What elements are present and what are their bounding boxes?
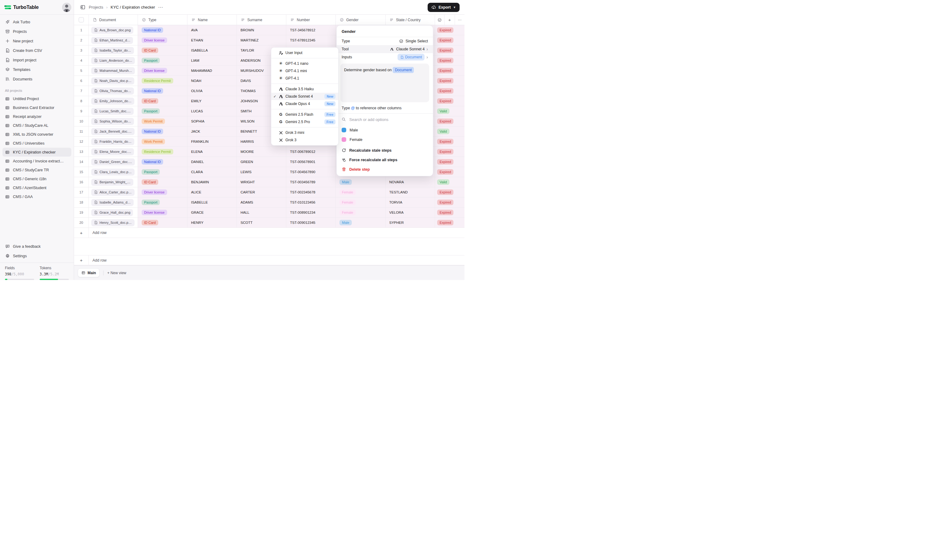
name-cell[interactable]: CLARA (187, 167, 237, 177)
document-cell[interactable]: Franklin_Harris_do… (89, 137, 138, 147)
document-cell[interactable]: Ethan_Martinez_d… (89, 35, 138, 46)
document-cell[interactable]: Daniel_Green_doc.… (89, 157, 138, 167)
status-cell[interactable]: Expired (435, 35, 464, 46)
type-cell[interactable]: National ID (138, 86, 187, 96)
name-cell[interactable]: LIAM (187, 55, 237, 66)
number-cell[interactable]: TST-002345678 (286, 187, 336, 197)
type-cell[interactable]: National ID (138, 25, 187, 35)
name-cell[interactable]: EMILY (187, 96, 237, 106)
sidebar-item-create-from-csv[interactable]: Create from CSV (0, 46, 74, 55)
sidebar-item-projects[interactable]: Projects (0, 27, 74, 36)
type-cell[interactable]: Passport (138, 106, 187, 116)
gender-option-male[interactable]: Male (337, 125, 433, 135)
row-number-cell[interactable]: 20 (74, 218, 89, 228)
document-cell[interactable]: Noah_Davis_doc.p… (89, 76, 138, 86)
input-document-chip[interactable]: Document (397, 54, 425, 60)
row-number-cell[interactable]: 16 (74, 177, 89, 187)
row-number-cell[interactable]: 10 (74, 116, 89, 127)
type-cell[interactable]: Driver license (138, 187, 187, 197)
surname-cell[interactable]: CARTER (237, 187, 286, 197)
type-cell[interactable]: Residence Permit (138, 76, 187, 86)
document-cell[interactable]: Mahammad_Mursh… (89, 66, 138, 76)
name-cell[interactable]: LUCAS (187, 106, 237, 116)
collapse-sidebar-icon[interactable] (80, 5, 86, 10)
name-cell[interactable]: HENRY (187, 218, 237, 228)
surname-cell[interactable]: BROWN (237, 25, 286, 35)
row-number-cell[interactable]: 3 (74, 46, 89, 55)
sidebar-item-give-a-feedback[interactable]: Give a feedback (0, 242, 74, 251)
select-all-header[interactable] (74, 15, 89, 25)
row-number-cell[interactable]: 8 (74, 96, 89, 106)
surname-cell[interactable]: HALL (237, 208, 286, 218)
name-cell[interactable]: JACK (187, 127, 237, 137)
model-option-claude-3-5-haiku[interactable]: Claude 3.5 Haiku (271, 85, 338, 93)
view-tab-main[interactable]: Main (78, 268, 100, 277)
sidebar-project-item[interactable]: Accounting / Invoice extract… (3, 156, 71, 165)
model-option-claude-sonnet-4[interactable]: ✓ Claude Sonnet 4 New (271, 93, 338, 100)
type-cell[interactable]: Work Permit (138, 137, 187, 147)
row-number-cell[interactable]: 2 (74, 35, 89, 46)
sidebar-project-item[interactable]: Business Card Extractor (3, 103, 71, 112)
status-cell[interactable]: Expired (435, 66, 464, 76)
row-number-cell[interactable]: 18 (74, 197, 89, 208)
surname-cell[interactable]: WRIGHT (237, 177, 286, 187)
add-column-button[interactable]: + (444, 15, 455, 25)
prompt-editor[interactable]: Determine gender based on Document (340, 64, 429, 102)
panel-row-tool[interactable]: Tool Claude Sonnet 4 › (337, 45, 433, 53)
document-cell[interactable]: Alice_Carter_doc.p… (89, 187, 138, 197)
name-cell[interactable]: ISABELLE (187, 197, 237, 208)
state-cell[interactable]: NOVARA (386, 177, 435, 187)
search-input[interactable] (349, 117, 428, 122)
sidebar-item-settings[interactable]: Settings (0, 251, 74, 261)
status-cell[interactable]: Expired (435, 96, 464, 106)
model-option-grok-3-mini[interactable]: Grok 3 mini (271, 129, 338, 136)
name-cell[interactable]: ETHAN (187, 35, 237, 46)
model-option-gpt-4-1-nano[interactable]: ✳ GPT-4.1 nano (271, 60, 338, 67)
status-cell[interactable]: Expired (435, 137, 464, 147)
number-cell[interactable]: TST-345678912 (286, 25, 336, 35)
status-cell[interactable]: Expired (435, 218, 464, 228)
sidebar-project-item[interactable]: CMS / AzeriStudent (3, 183, 71, 192)
number-cell[interactable]: TST-006789012 (286, 147, 336, 157)
recalculate-stale-steps-button[interactable]: Recalculate stale steps (337, 145, 433, 155)
sidebar-project-item[interactable]: CMS / GAA (3, 192, 71, 201)
model-option-gemini-2-5-flash[interactable]: G Gemini 2.5 Flash Free (271, 111, 338, 118)
number-cell[interactable]: TST-008901234 (286, 208, 336, 218)
row-number-cell[interactable]: 7 (74, 86, 89, 96)
sidebar-project-item[interactable]: Untitled Project (3, 94, 71, 103)
row-number-cell[interactable]: 9 (74, 106, 89, 116)
name-cell[interactable]: AVA (187, 25, 237, 35)
name-cell[interactable]: DANIEL (187, 157, 237, 167)
surname-cell[interactable]: MARTINEZ (237, 35, 286, 46)
row-number-cell[interactable]: 14 (74, 157, 89, 167)
document-cell[interactable]: Elena_Moore_doc.… (89, 147, 138, 157)
row-number-cell[interactable]: 11 (74, 127, 89, 137)
type-cell[interactable]: Residence Permit (138, 147, 187, 157)
document-cell[interactable]: Olivia_Thomas_do… (89, 86, 138, 96)
state-cell[interactable]: VELORA (386, 208, 435, 218)
name-cell[interactable]: ELENA (187, 147, 237, 157)
model-option-user-input[interactable]: User Input (271, 49, 338, 57)
panel-row-type[interactable]: Type Single Select (337, 37, 433, 45)
select-all-checkbox[interactable] (79, 17, 84, 22)
column-header-type[interactable]: Type (138, 15, 187, 25)
column-header-name[interactable]: Name (187, 15, 237, 25)
sidebar-project-item[interactable]: CMS / Universities (3, 139, 71, 148)
sidebar-item-ask-turbo[interactable]: Ask Turbo (0, 17, 74, 27)
row-number-cell[interactable]: 4 (74, 55, 89, 66)
document-cell[interactable]: Jack_Bennett_doc.… (89, 127, 138, 137)
export-button[interactable]: Export ▼ (428, 3, 460, 12)
document-cell[interactable]: Sophia_Wilson_do… (89, 116, 138, 127)
document-cell[interactable]: Clara_Lewis_doc.p… (89, 167, 138, 177)
sidebar-item-templates[interactable]: Templates (0, 65, 74, 74)
name-cell[interactable]: NOAH (187, 76, 237, 86)
name-cell[interactable]: ALICE (187, 187, 237, 197)
document-cell[interactable]: Henry_Scott_doc.p… (89, 218, 138, 228)
sidebar-project-item[interactable]: XML to JSON converter (3, 130, 71, 139)
sidebar-project-item[interactable]: CMS / StudyCare TR (3, 165, 71, 174)
model-option-grok-3[interactable]: Grok 3 (271, 136, 338, 144)
row-number-cell[interactable]: 1 (74, 25, 89, 35)
surname-cell[interactable]: GREEN (237, 157, 286, 167)
column-header-state-country[interactable]: State / Country (386, 15, 435, 25)
document-cell[interactable]: Ava_Brown_doc.png (89, 25, 138, 35)
